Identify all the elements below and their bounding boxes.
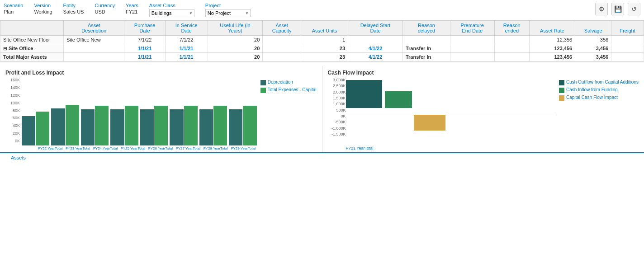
tab-assets[interactable]: Assets xyxy=(4,153,33,162)
pl-legend: DepreciationTotal Expenses - Capital xyxy=(257,78,317,150)
td-description xyxy=(64,53,124,61)
pl-x-label: FY25 YearTotal xyxy=(121,146,147,150)
td-asset-units: 1 xyxy=(301,36,348,44)
pl-x-label: FY22 YearTotal xyxy=(38,146,64,150)
td-reason-ended xyxy=(494,53,529,61)
cf-bars-area xyxy=(346,78,555,145)
table-header-row: AssetDescription PurchaseDate In Service… xyxy=(0,21,644,36)
pl-bar-expenses xyxy=(125,106,138,145)
td-salvage: 3,456 xyxy=(575,53,611,61)
pl-legend-item: Depreciation xyxy=(260,80,317,85)
th-asset-units: Asset Units xyxy=(301,21,348,36)
td-premature-end xyxy=(450,36,494,44)
pl-bar-group xyxy=(81,106,109,145)
cf-chart-content: 3,000K2,500K2,000K1,500K1,000K500K0K-500… xyxy=(328,78,639,150)
asset-class-label[interactable]: Asset Class xyxy=(149,3,194,8)
row-name: Total Major Assets xyxy=(0,53,64,61)
cf-legend-item: Capital Cash Flow Impact xyxy=(559,95,639,101)
settings-button[interactable]: ⚙ xyxy=(595,3,608,15)
cf-y-label: 2,500K xyxy=(333,84,346,88)
table-body: Site Office New FloorSite Office New7/1/… xyxy=(0,36,644,61)
legend-label[interactable]: Capital Cash Flow Impact xyxy=(566,95,618,100)
legend-label[interactable]: Total Expenses - Capital xyxy=(268,87,317,92)
th-useful-life: Useful Life (inYears) xyxy=(208,21,263,36)
pl-bar-depreciation xyxy=(140,109,154,145)
pl-bar-depreciation xyxy=(51,108,65,145)
currency-group: Currency USD xyxy=(95,3,115,14)
entity-label[interactable]: Entity xyxy=(63,3,84,8)
cf-bar-outflow xyxy=(346,80,382,108)
save-button[interactable]: 💾 xyxy=(611,3,624,15)
version-label[interactable]: Version xyxy=(34,3,52,8)
td-purchase-date: 7/1/22 xyxy=(124,36,165,44)
pl-x-label: FY23 YearTotal xyxy=(66,146,91,150)
years-value: FY21 xyxy=(126,9,138,14)
td-asset-capacity xyxy=(263,44,301,53)
th-salvage: Salvage xyxy=(575,21,611,36)
cf-y-label: 3,000K xyxy=(333,78,346,82)
pl-bar-expenses xyxy=(213,106,227,145)
td-premature-end xyxy=(450,53,494,61)
legend-label[interactable]: Depreciation xyxy=(268,80,293,84)
td-in-service-date: 1/1/21 xyxy=(165,44,208,53)
pl-y-label: 160K xyxy=(10,78,20,82)
td-reason-delayed: Transfer In xyxy=(402,44,450,53)
currency-value: USD xyxy=(95,9,115,14)
scenario-group: Scenario Plan xyxy=(4,3,23,14)
row-name: Site Office New Floor xyxy=(0,36,64,44)
td-useful-life: 20 xyxy=(208,44,263,53)
td-salvage: 3,456 xyxy=(575,44,611,53)
td-purchase-date: 1/1/21 xyxy=(124,44,165,53)
pl-bar-depreciation xyxy=(229,109,242,145)
cf-y-label: 0K xyxy=(341,114,346,118)
project-label[interactable]: Project xyxy=(205,3,251,8)
th-reason-ended: Reasonended xyxy=(494,21,529,36)
legend-label[interactable]: Cash Outflow from Capital Additions xyxy=(566,80,639,84)
td-reason-ended xyxy=(494,36,529,44)
th-asset-capacity: AssetCapacity xyxy=(263,21,301,36)
project-dropdown[interactable]: No Project xyxy=(205,9,251,17)
pl-bar-depreciation xyxy=(81,109,95,145)
cf-zero-line xyxy=(346,115,555,115)
pl-x-label: FY27 YearTotal xyxy=(176,146,202,150)
legend-color xyxy=(260,80,266,85)
pl-chart-title: Profit and Loss Impact xyxy=(5,70,317,76)
pl-bar-expenses xyxy=(154,106,168,145)
refresh-button[interactable]: ↺ xyxy=(628,3,640,15)
th-purchase-date: PurchaseDate xyxy=(124,21,165,36)
td-freight xyxy=(611,44,644,53)
cf-y-label: 1,500K xyxy=(333,96,346,100)
td-in-service-date: 1/1/21 xyxy=(165,53,208,61)
pl-y-label: 0K xyxy=(15,139,20,143)
charts-section: Profit and Loss Impact 160K140K120K100K8… xyxy=(0,62,644,152)
pl-y-label: 40K xyxy=(13,123,20,128)
td-asset-units: 23 xyxy=(301,53,348,61)
legend-color xyxy=(559,88,564,93)
td-asset-rate: 123,456 xyxy=(529,44,575,53)
pl-y-label: 120K xyxy=(10,93,20,98)
asset-class-dropdown[interactable]: Buildings xyxy=(149,9,194,17)
td-reason-delayed xyxy=(402,36,450,44)
currency-label[interactable]: Currency xyxy=(95,3,115,8)
pl-y-axis: 160K140K120K100K80K60K40K20K0K xyxy=(5,78,20,150)
pl-x-label: FY28 YearTotal xyxy=(204,146,229,150)
tab-bar: Assets xyxy=(0,152,644,162)
years-label[interactable]: Years xyxy=(126,3,138,8)
pl-x-labels: FY22 YearTotalFY23 YearTotalFY24 YearTot… xyxy=(22,145,257,150)
td-asset-rate: 123,456 xyxy=(529,53,575,61)
th-freight: Freight xyxy=(611,21,644,36)
toolbar: Scenario Plan Version Working Entity Sal… xyxy=(0,0,644,20)
pl-x-label: FY24 YearTotal xyxy=(93,146,119,150)
td-purchase-date: 1/1/21 xyxy=(124,53,165,61)
td-in-service-date: 7/1/22 xyxy=(165,36,208,44)
cf-legend: Cash Outflow from Capital AdditionsCash … xyxy=(555,78,639,150)
legend-label[interactable]: Cash Inflow from Funding xyxy=(566,87,618,92)
cf-y-label: -1,000K xyxy=(331,126,346,131)
pl-bar-depreciation xyxy=(110,109,124,145)
legend-color xyxy=(559,95,564,101)
cf-y-label: -500K xyxy=(335,120,346,124)
assets-table: AssetDescription PurchaseDate In Service… xyxy=(0,20,644,61)
td-freight xyxy=(611,36,644,44)
pl-y-label: 100K xyxy=(10,101,20,105)
scenario-label[interactable]: Scenario xyxy=(4,3,23,8)
